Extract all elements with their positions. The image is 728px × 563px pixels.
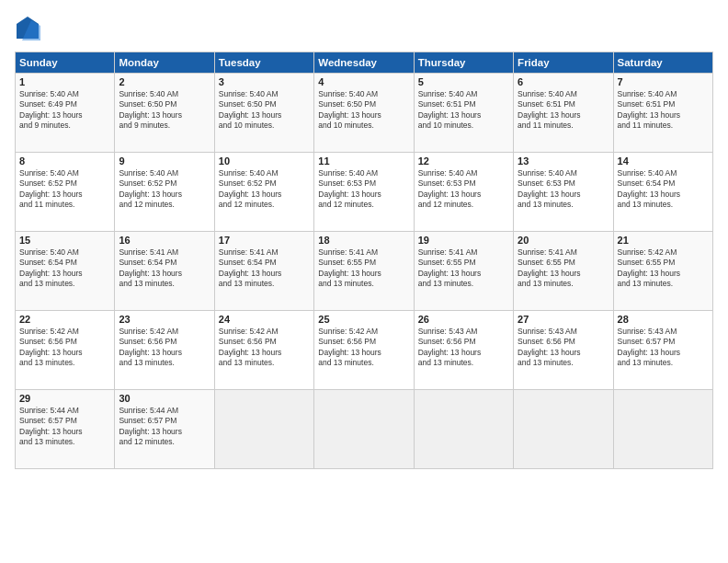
cell-content: Sunrise: 5:40 AMSunset: 6:53 PMDaylight:… bbox=[418, 168, 509, 211]
cell-content: Sunrise: 5:44 AMSunset: 6:57 PMDaylight:… bbox=[119, 406, 210, 448]
day-number: 6 bbox=[518, 76, 609, 87]
day-number: 30 bbox=[119, 393, 210, 404]
day-number: 17 bbox=[219, 235, 310, 246]
cell-content: Sunrise: 5:42 AMSunset: 6:55 PMDaylight:… bbox=[618, 247, 709, 290]
logo-icon bbox=[15, 15, 40, 40]
calendar-cell: 3Sunrise: 5:40 AMSunset: 6:50 PMDaylight… bbox=[214, 74, 313, 153]
cell-content: Sunrise: 5:40 AMSunset: 6:50 PMDaylight:… bbox=[318, 89, 409, 132]
header-day-saturday: Saturday bbox=[613, 52, 712, 74]
cell-content: Sunrise: 5:40 AMSunset: 6:52 PMDaylight:… bbox=[219, 168, 310, 211]
cell-content: Sunrise: 5:42 AMSunset: 6:56 PMDaylight:… bbox=[119, 327, 210, 369]
day-number: 20 bbox=[518, 235, 609, 246]
header-day-friday: Friday bbox=[514, 52, 613, 74]
calendar-cell: 6Sunrise: 5:40 AMSunset: 6:51 PMDaylight… bbox=[514, 74, 613, 153]
calendar-cell: 15Sunrise: 5:40 AMSunset: 6:54 PMDayligh… bbox=[16, 232, 115, 311]
day-number: 28 bbox=[618, 314, 709, 325]
calendar-cell: 4Sunrise: 5:40 AMSunset: 6:50 PMDaylight… bbox=[314, 74, 414, 153]
cell-content: Sunrise: 5:40 AMSunset: 6:53 PMDaylight:… bbox=[318, 168, 409, 211]
header-day-sunday: Sunday bbox=[16, 52, 115, 74]
cell-content: Sunrise: 5:41 AMSunset: 6:54 PMDaylight:… bbox=[119, 247, 210, 290]
calendar-cell: 17Sunrise: 5:41 AMSunset: 6:54 PMDayligh… bbox=[214, 232, 313, 311]
calendar: SundayMondayTuesdayWednesdayThursdayFrid… bbox=[15, 52, 713, 469]
day-number: 14 bbox=[618, 155, 709, 167]
day-number: 23 bbox=[119, 314, 210, 325]
day-number: 12 bbox=[418, 155, 509, 167]
calendar-cell: 5Sunrise: 5:40 AMSunset: 6:51 PMDaylight… bbox=[414, 74, 513, 153]
header-day-wednesday: Wednesday bbox=[314, 52, 414, 74]
calendar-cell bbox=[613, 390, 712, 469]
day-number: 18 bbox=[318, 235, 409, 246]
calendar-cell bbox=[314, 390, 414, 469]
calendar-cell: 24Sunrise: 5:42 AMSunset: 6:56 PMDayligh… bbox=[214, 311, 313, 390]
day-number: 29 bbox=[19, 393, 110, 404]
day-number: 9 bbox=[119, 155, 210, 167]
header-day-monday: Monday bbox=[115, 52, 214, 74]
calendar-cell: 9Sunrise: 5:40 AMSunset: 6:52 PMDaylight… bbox=[115, 153, 214, 232]
calendar-cell: 26Sunrise: 5:43 AMSunset: 6:56 PMDayligh… bbox=[414, 311, 513, 390]
header-day-tuesday: Tuesday bbox=[214, 52, 313, 74]
header-day-thursday: Thursday bbox=[414, 52, 513, 74]
day-number: 8 bbox=[19, 155, 110, 167]
page: SundayMondayTuesdayWednesdayThursdayFrid… bbox=[0, 0, 728, 563]
cell-content: Sunrise: 5:40 AMSunset: 6:54 PMDaylight:… bbox=[618, 168, 709, 211]
cell-content: Sunrise: 5:41 AMSunset: 6:55 PMDaylight:… bbox=[318, 247, 409, 290]
day-number: 7 bbox=[618, 76, 709, 87]
header bbox=[15, 15, 713, 40]
calendar-cell: 11Sunrise: 5:40 AMSunset: 6:53 PMDayligh… bbox=[314, 153, 414, 232]
day-number: 1 bbox=[19, 76, 110, 87]
cell-content: Sunrise: 5:43 AMSunset: 6:56 PMDaylight:… bbox=[418, 327, 509, 369]
day-number: 24 bbox=[219, 314, 310, 325]
cell-content: Sunrise: 5:41 AMSunset: 6:55 PMDaylight:… bbox=[518, 247, 609, 290]
cell-content: Sunrise: 5:40 AMSunset: 6:51 PMDaylight:… bbox=[618, 89, 709, 132]
calendar-cell bbox=[214, 390, 313, 469]
day-number: 10 bbox=[219, 155, 310, 167]
calendar-cell bbox=[414, 390, 513, 469]
day-number: 13 bbox=[518, 155, 609, 167]
calendar-week-2: 8Sunrise: 5:40 AMSunset: 6:52 PMDaylight… bbox=[16, 153, 713, 232]
calendar-cell: 1Sunrise: 5:40 AMSunset: 6:49 PMDaylight… bbox=[16, 74, 115, 153]
calendar-cell: 27Sunrise: 5:43 AMSunset: 6:56 PMDayligh… bbox=[514, 311, 613, 390]
header-row: SundayMondayTuesdayWednesdayThursdayFrid… bbox=[16, 52, 713, 74]
day-number: 26 bbox=[418, 314, 509, 325]
calendar-week-3: 15Sunrise: 5:40 AMSunset: 6:54 PMDayligh… bbox=[16, 232, 713, 311]
day-number: 22 bbox=[19, 314, 110, 325]
calendar-cell: 16Sunrise: 5:41 AMSunset: 6:54 PMDayligh… bbox=[115, 232, 214, 311]
day-number: 3 bbox=[219, 76, 310, 87]
cell-content: Sunrise: 5:40 AMSunset: 6:53 PMDaylight:… bbox=[518, 168, 609, 211]
day-number: 5 bbox=[418, 76, 509, 87]
cell-content: Sunrise: 5:42 AMSunset: 6:56 PMDaylight:… bbox=[318, 327, 409, 369]
calendar-cell: 14Sunrise: 5:40 AMSunset: 6:54 PMDayligh… bbox=[613, 153, 712, 232]
cell-content: Sunrise: 5:40 AMSunset: 6:49 PMDaylight:… bbox=[19, 89, 110, 132]
calendar-cell: 21Sunrise: 5:42 AMSunset: 6:55 PMDayligh… bbox=[613, 232, 712, 311]
calendar-cell: 12Sunrise: 5:40 AMSunset: 6:53 PMDayligh… bbox=[414, 153, 513, 232]
calendar-cell: 18Sunrise: 5:41 AMSunset: 6:55 PMDayligh… bbox=[314, 232, 414, 311]
day-number: 25 bbox=[318, 314, 409, 325]
calendar-cell: 19Sunrise: 5:41 AMSunset: 6:55 PMDayligh… bbox=[414, 232, 513, 311]
cell-content: Sunrise: 5:42 AMSunset: 6:56 PMDaylight:… bbox=[219, 327, 310, 369]
calendar-cell: 10Sunrise: 5:40 AMSunset: 6:52 PMDayligh… bbox=[214, 153, 313, 232]
day-number: 11 bbox=[318, 155, 409, 167]
calendar-cell: 23Sunrise: 5:42 AMSunset: 6:56 PMDayligh… bbox=[115, 311, 214, 390]
calendar-week-4: 22Sunrise: 5:42 AMSunset: 6:56 PMDayligh… bbox=[16, 311, 713, 390]
calendar-cell: 20Sunrise: 5:41 AMSunset: 6:55 PMDayligh… bbox=[514, 232, 613, 311]
cell-content: Sunrise: 5:42 AMSunset: 6:56 PMDaylight:… bbox=[19, 327, 110, 369]
cell-content: Sunrise: 5:40 AMSunset: 6:51 PMDaylight:… bbox=[518, 89, 609, 132]
calendar-cell: 29Sunrise: 5:44 AMSunset: 6:57 PMDayligh… bbox=[16, 390, 115, 469]
cell-content: Sunrise: 5:40 AMSunset: 6:50 PMDaylight:… bbox=[119, 89, 210, 132]
day-number: 16 bbox=[119, 235, 210, 246]
cell-content: Sunrise: 5:40 AMSunset: 6:50 PMDaylight:… bbox=[219, 89, 310, 132]
day-number: 19 bbox=[418, 235, 509, 246]
cell-content: Sunrise: 5:41 AMSunset: 6:55 PMDaylight:… bbox=[418, 247, 509, 290]
calendar-cell: 28Sunrise: 5:43 AMSunset: 6:57 PMDayligh… bbox=[613, 311, 712, 390]
cell-content: Sunrise: 5:40 AMSunset: 6:52 PMDaylight:… bbox=[19, 168, 110, 211]
cell-content: Sunrise: 5:43 AMSunset: 6:57 PMDaylight:… bbox=[618, 327, 709, 369]
day-number: 15 bbox=[19, 235, 110, 246]
cell-content: Sunrise: 5:40 AMSunset: 6:52 PMDaylight:… bbox=[119, 168, 210, 211]
cell-content: Sunrise: 5:43 AMSunset: 6:56 PMDaylight:… bbox=[518, 327, 609, 369]
calendar-cell bbox=[514, 390, 613, 469]
calendar-cell: 22Sunrise: 5:42 AMSunset: 6:56 PMDayligh… bbox=[16, 311, 115, 390]
calendar-cell: 30Sunrise: 5:44 AMSunset: 6:57 PMDayligh… bbox=[115, 390, 214, 469]
day-number: 4 bbox=[318, 76, 409, 87]
cell-content: Sunrise: 5:40 AMSunset: 6:51 PMDaylight:… bbox=[418, 89, 509, 132]
calendar-cell: 13Sunrise: 5:40 AMSunset: 6:53 PMDayligh… bbox=[514, 153, 613, 232]
